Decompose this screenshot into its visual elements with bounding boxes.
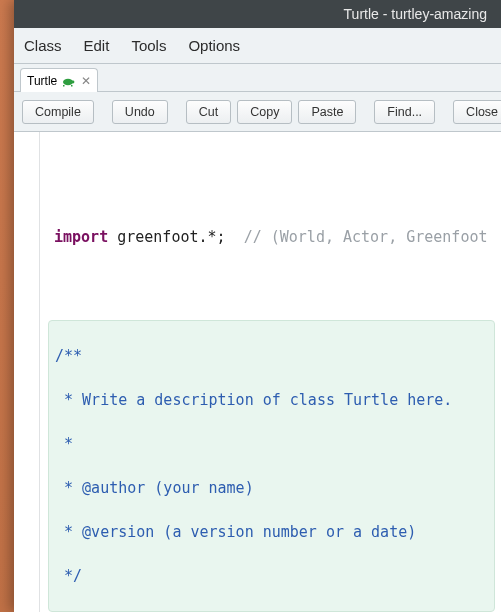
svg-point-1 [72, 80, 75, 83]
toolbar: Compile Undo Cut Copy Paste Find... Clos… [14, 92, 501, 132]
titlebar: Turtle - turtley-amazing [14, 0, 501, 28]
menu-options[interactable]: Options [188, 37, 240, 54]
cut-button[interactable]: Cut [186, 100, 231, 124]
copy-button[interactable]: Copy [237, 100, 292, 124]
kw-import: import [54, 228, 108, 246]
turtle-icon [61, 76, 75, 86]
svg-point-0 [63, 78, 73, 84]
tab-label: Turtle [27, 74, 57, 88]
code-editor[interactable]: import greenfoot.*; // (World, Actor, Gr… [14, 132, 501, 612]
tab-row: Turtle ✕ [14, 64, 501, 92]
svg-rect-3 [71, 85, 73, 87]
undo-button[interactable]: Undo [112, 100, 168, 124]
paste-button[interactable]: Paste [298, 100, 356, 124]
close-button[interactable]: Close [453, 100, 501, 124]
menu-class[interactable]: Class [24, 37, 62, 54]
tab-turtle[interactable]: Turtle ✕ [20, 68, 98, 92]
gutter [14, 132, 40, 612]
class-doc-comment: /** * Write a description of class Turtl… [48, 320, 495, 612]
close-icon[interactable]: ✕ [81, 74, 91, 88]
compile-button[interactable]: Compile [22, 100, 94, 124]
window: Turtle - turtley-amazing Class Edit Tool… [14, 0, 501, 612]
menu-tools[interactable]: Tools [131, 37, 166, 54]
window-title: Turtle - turtley-amazing [344, 6, 487, 22]
find-button[interactable]: Find... [374, 100, 435, 124]
menu-edit[interactable]: Edit [84, 37, 110, 54]
code-content: import greenfoot.*; // (World, Actor, Gr… [42, 204, 501, 612]
menubar: Class Edit Tools Options [14, 28, 501, 64]
svg-rect-2 [63, 85, 65, 87]
